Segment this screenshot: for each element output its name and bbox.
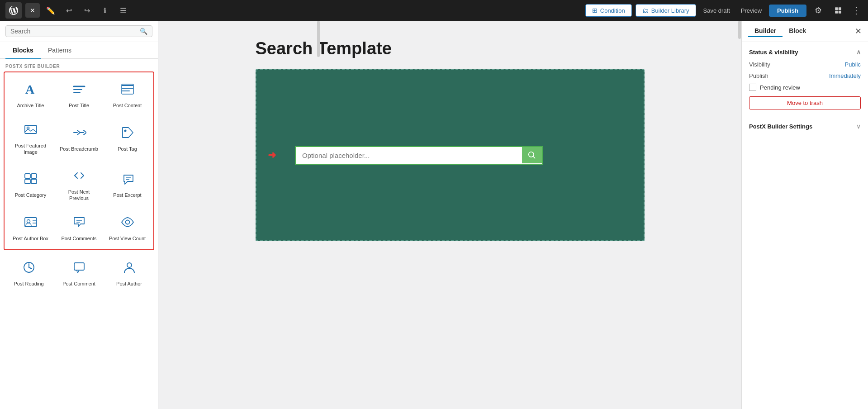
post-excerpt-icon xyxy=(120,171,135,188)
canvas-inner: Search Template ➜ xyxy=(256,39,645,391)
block-item-post-title[interactable]: Post Title xyxy=(55,74,103,115)
block-item-post-reading[interactable]: Post Reading xyxy=(4,252,54,293)
svg-rect-15 xyxy=(25,174,30,178)
builder-library-label: Builder Library xyxy=(651,7,689,14)
search-placeholder-input[interactable] xyxy=(296,147,522,164)
condition-button[interactable]: ⊞ Condition xyxy=(585,4,632,17)
block-item-archive-title[interactable]: A Archive Title xyxy=(6,74,55,115)
svg-point-14 xyxy=(124,130,126,132)
tab-builder[interactable]: Builder xyxy=(748,25,783,37)
post-featured-image-icon xyxy=(24,122,38,139)
svg-rect-1 xyxy=(839,7,841,10)
blocks-icon-button[interactable] xyxy=(830,2,846,19)
post-breadcrumb-label: Post Breadcrumb xyxy=(60,146,98,152)
settings-gear-button[interactable]: ⚙ xyxy=(810,2,826,19)
post-title-icon xyxy=(72,82,86,99)
publish-row: Publish Immediately xyxy=(749,72,861,79)
visibility-value[interactable]: Public xyxy=(845,61,861,68)
post-category-icon xyxy=(24,171,38,188)
post-author-box-icon xyxy=(24,215,38,232)
arrow-indicator: ➜ xyxy=(268,149,276,161)
block-item-post-author-box[interactable]: Post Author Box xyxy=(6,207,55,247)
post-view-count-icon xyxy=(120,215,135,232)
status-visibility-section: Status & visibility ∧ Visibility Public … xyxy=(742,42,868,116)
block-item-post-comments[interactable]: Post Comments xyxy=(55,207,103,247)
block-item-post-comment[interactable]: Post Comment xyxy=(54,252,104,293)
undo-button[interactable]: ↩ xyxy=(62,3,76,18)
main-layout: 🔍 Blocks Patterns POSTX SITE BUILDER A xyxy=(0,21,868,409)
right-sidebar-close-button[interactable]: ✕ xyxy=(855,26,862,36)
redo-button[interactable]: ↪ xyxy=(80,3,94,18)
post-featured-image-label: Post Featured Image xyxy=(10,143,51,156)
edit-icon-button[interactable]: ✏️ xyxy=(43,3,58,18)
status-visibility-header: Status & visibility ∧ xyxy=(749,48,861,56)
post-tag-label: Post Tag xyxy=(118,146,137,152)
builder-library-button[interactable]: 🗂 Builder Library xyxy=(636,4,696,17)
search-submit-button[interactable] xyxy=(522,147,542,163)
block-grid-border: A Archive Title xyxy=(4,71,154,250)
publish-row-label: Publish xyxy=(749,72,768,79)
postx-section-label: POSTX SITE BUILDER xyxy=(0,59,158,71)
more-options-button[interactable]: ⋮ xyxy=(850,5,863,16)
post-content-label: Post Content xyxy=(113,102,142,109)
pending-review-row: Pending review xyxy=(749,84,861,91)
archive-title-label: Archive Title xyxy=(17,102,44,109)
block-item-post-content[interactable]: Post Content xyxy=(103,74,152,115)
search-submit-icon xyxy=(528,152,536,159)
sidebar-tabs: Blocks Patterns xyxy=(0,42,158,59)
search-wrap: 🔍 xyxy=(5,25,152,37)
tab-patterns[interactable]: Patterns xyxy=(41,42,79,59)
svg-rect-18 xyxy=(31,179,37,184)
move-trash-button[interactable]: Move to trash xyxy=(749,96,861,109)
block-item-post-next-previous[interactable]: Post Next Previous xyxy=(55,161,103,207)
post-category-label: Post Category xyxy=(15,192,47,198)
save-draft-button[interactable]: Save draft xyxy=(700,5,734,16)
tab-blocks[interactable]: Blocks xyxy=(5,42,41,59)
svg-rect-3 xyxy=(839,11,841,14)
visibility-row: Visibility Public xyxy=(749,61,861,68)
post-author-label: Post Author xyxy=(116,281,142,287)
post-author-icon xyxy=(122,260,137,277)
search-input-row xyxy=(295,146,543,165)
archive-title-icon: A xyxy=(24,82,38,99)
publish-button[interactable]: Publish xyxy=(769,5,806,17)
block-item-post-excerpt[interactable]: Post Excerpt xyxy=(103,161,152,207)
block-item-post-tag[interactable]: Post Tag xyxy=(103,115,152,161)
sidebar-scroll: POSTX SITE BUILDER A Archive Title xyxy=(0,59,158,409)
post-title-label: Post Title xyxy=(69,102,89,109)
canvas: Search Template ➜ xyxy=(158,21,741,409)
canvas-template-block[interactable]: ➜ xyxy=(256,69,645,241)
status-visibility-label: Status & visibility xyxy=(749,49,798,56)
list-view-button[interactable]: ☰ xyxy=(116,3,130,18)
block-item-post-view-count[interactable]: Post View Count xyxy=(103,207,152,247)
builder-library-icon: 🗂 xyxy=(642,7,649,14)
svg-point-22 xyxy=(27,219,30,223)
tab-block[interactable]: Block xyxy=(783,25,812,37)
right-sidebar: Builder Block ✕ Status & visibility ∧ Vi… xyxy=(741,21,868,409)
post-reading-icon xyxy=(22,260,36,277)
block-item-post-author[interactable]: Post Author xyxy=(104,252,154,293)
post-excerpt-label: Post Excerpt xyxy=(113,192,141,198)
close-button[interactable]: ✕ xyxy=(25,3,40,18)
topbar-right: ⊞ Condition 🗂 Builder Library Save draft… xyxy=(585,2,863,19)
svg-rect-17 xyxy=(25,179,30,184)
svg-point-32 xyxy=(127,263,132,267)
post-author-box-label: Post Author Box xyxy=(13,235,48,242)
right-top-bar: Builder Block ✕ xyxy=(742,21,868,42)
post-comment-icon xyxy=(72,260,86,277)
search-input[interactable] xyxy=(10,28,140,35)
postx-settings-label: PostX Builder Settings xyxy=(749,123,812,130)
post-reading-label: Post Reading xyxy=(14,281,43,287)
postx-settings-row[interactable]: PostX Builder Settings ∨ xyxy=(742,116,868,136)
preview-button[interactable]: Preview xyxy=(737,5,765,16)
block-item-post-breadcrumb[interactable]: Post Breadcrumb xyxy=(55,115,103,161)
pending-review-checkbox[interactable] xyxy=(749,84,756,91)
post-comments-icon xyxy=(72,215,86,232)
post-tag-icon xyxy=(120,125,135,142)
status-visibility-chevron[interactable]: ∧ xyxy=(856,48,861,56)
postx-settings-chevron: ∨ xyxy=(856,123,861,130)
block-item-post-category[interactable]: Post Category xyxy=(6,161,55,207)
publish-row-value[interactable]: Immediately xyxy=(829,72,861,79)
block-item-post-featured-image[interactable]: Post Featured Image xyxy=(6,115,55,161)
info-button[interactable]: ℹ xyxy=(98,3,112,18)
